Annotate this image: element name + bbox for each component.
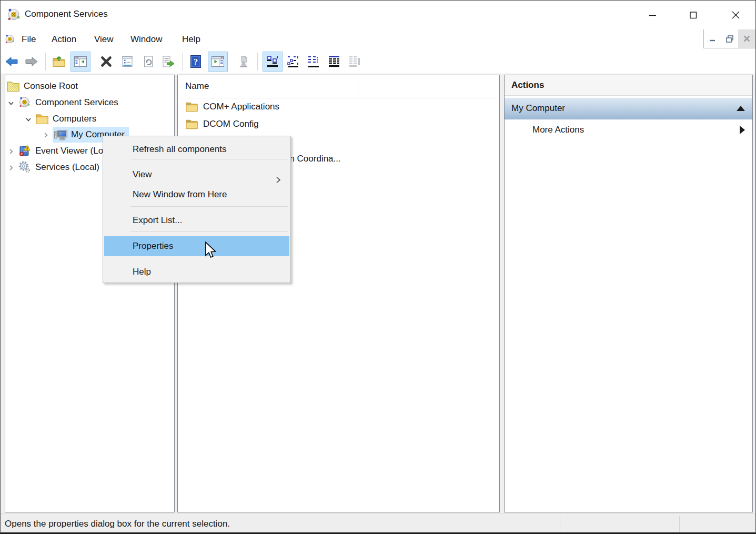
actions-group-my-computer[interactable]: My Computer [505,98,752,119]
window-title: Component Services [25,9,108,19]
show-hide-console-tree-button[interactable] [70,52,90,72]
forward-icon [25,55,38,68]
menu-help[interactable]: Help [177,29,206,49]
actions-pane-header: Actions [505,75,752,96]
menu-item-view[interactable]: View [104,165,289,185]
toolbar-separator [182,53,183,70]
delete-button[interactable] [96,52,116,72]
services-gear-icon [18,160,32,174]
tree-item-label: Computers [53,114,96,124]
forward-button[interactable] [22,52,42,72]
actions-group-label: My Computer [511,103,737,114]
list-view-button[interactable] [304,52,324,72]
collapse-icon[interactable] [737,106,745,111]
maximize-button[interactable] [677,1,710,29]
list-item-dcom-config[interactable]: DCOM Config [178,117,259,132]
show-hide-console-tree-icon [74,55,87,68]
actions-pane-title: Actions [511,80,544,90]
menu-file[interactable]: File [16,29,41,49]
menu-item-export-list[interactable]: Export List... [104,210,289,230]
list-item-com-applications[interactable]: COM+ Applications [178,99,279,114]
menu-separator [130,206,288,207]
com-services-icon [18,96,32,109]
folder-icon [185,101,198,113]
chevron-down-icon[interactable] [7,99,15,106]
export-list-button[interactable] [158,52,178,72]
new-taskpad-view-icon [237,55,250,68]
submenu-chevron-icon [276,171,281,178]
up-one-level-icon [52,55,66,68]
mouse-cursor-icon [205,241,218,261]
details-view-button[interactable] [324,52,344,72]
back-button[interactable] [2,52,22,72]
tree-item-computers[interactable]: Computers [25,110,96,127]
close-icon [732,11,740,19]
menu-item-properties[interactable]: Properties [104,236,289,256]
customize-view-button[interactable] [345,52,365,72]
tree-item-event-viewer[interactable]: Event Viewer (Local) [7,143,118,159]
tree-item-label: Console Root [24,81,78,92]
minimize-icon [649,12,657,19]
mdi-minimize-button[interactable] [704,29,721,48]
console-root-folder-icon [6,79,21,93]
properties-icon [121,55,134,68]
event-viewer-icon [18,144,32,158]
list-item-label: COM+ Applications [203,102,279,112]
list-view-icon [307,55,320,68]
menu-window[interactable]: Window [125,29,167,49]
menu-item-new-window-from-here[interactable]: New Window from Here [104,185,289,205]
list-column-header[interactable]: Name [178,75,499,98]
large-icons-view-icon [266,55,279,68]
toolbar: ? [1,49,755,74]
svg-text:?: ? [194,57,198,67]
column-divider[interactable] [358,77,358,97]
menu-separator [130,231,288,232]
tree-item-label: Component Services [35,97,118,108]
component-services-window: Component Services File Action View Wind… [0,0,756,534]
mdi-close-icon [743,35,750,42]
tree-item-component-services[interactable]: Component Services [7,94,118,110]
tree-item-services[interactable]: Services (Local) [7,159,99,175]
tree-item-console-root[interactable]: Console Root [6,78,78,94]
menu-action[interactable]: Action [46,29,82,49]
actions-pane: Actions My Computer More Actions [504,75,753,512]
large-icons-view-button[interactable] [263,52,283,72]
small-icons-view-button[interactable] [283,52,303,72]
context-menu: Refresh all components View New Window f… [103,136,291,283]
chevron-down-icon[interactable] [25,115,32,123]
mdi-restore-icon [726,35,733,43]
list-item-label: DCOM Config [203,119,259,129]
more-actions-item[interactable]: More Actions [505,119,752,140]
small-icons-view-icon [286,55,300,68]
customize-view-icon [348,55,361,68]
refresh-button[interactable] [138,52,158,72]
app-icon [6,7,21,22]
status-divider [679,516,680,532]
chevron-right-icon[interactable] [7,147,15,155]
maximize-icon [690,12,697,19]
refresh-icon [142,55,155,68]
chevron-right-icon[interactable] [7,164,15,171]
new-taskpad-view-button[interactable] [234,52,254,72]
help-button[interactable]: ? [186,52,206,72]
mdi-close-button[interactable] [738,29,755,48]
status-divider [560,516,560,532]
mdi-window-controls [703,29,755,48]
properties-button[interactable] [117,52,137,72]
computer-icon [54,128,68,142]
status-bar: Opens the properties dialog box for the … [1,513,755,533]
close-button[interactable] [719,1,752,29]
mdi-restore-button[interactable] [721,29,739,48]
folder-icon [35,112,49,126]
details-view-icon [327,55,341,68]
more-actions-label: More Actions [532,125,740,135]
minimize-button[interactable] [637,1,669,29]
chevron-right-icon[interactable] [42,131,49,138]
menu-item-refresh-all-components[interactable]: Refresh all components [104,139,289,159]
toolbar-separator [45,53,46,70]
show-hide-action-pane-button[interactable] [208,52,228,72]
menu-item-help[interactable]: Help [104,262,289,282]
up-one-level-button[interactable] [49,52,69,72]
menu-view[interactable]: View [89,29,119,49]
back-icon [5,55,18,68]
